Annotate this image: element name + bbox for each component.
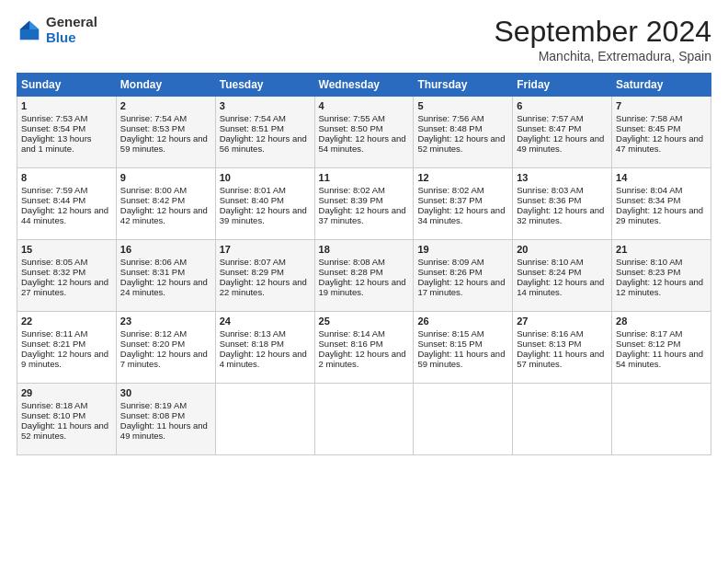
table-row: 7Sunrise: 7:58 AMSunset: 8:45 PMDaylight… [612, 97, 711, 168]
location: Manchita, Extremadura, Spain [494, 49, 711, 63]
table-row: 29Sunrise: 8:18 AMSunset: 8:10 PMDayligh… [17, 384, 117, 455]
table-row: 11Sunrise: 8:02 AMSunset: 8:39 PMDayligh… [314, 168, 414, 240]
table-row: 16Sunrise: 8:06 AMSunset: 8:31 PMDayligh… [116, 240, 215, 312]
table-row: 1Sunrise: 7:53 AMSunset: 8:54 PMDaylight… [17, 97, 117, 168]
page: General Blue September 2024 Manchita, Ex… [0, 0, 728, 563]
table-row: 17Sunrise: 8:07 AMSunset: 8:29 PMDayligh… [215, 240, 314, 312]
logo-text: General Blue [46, 15, 97, 45]
title-block: September 2024 Manchita, Extremadura, Sp… [494, 15, 711, 63]
table-row: 25Sunrise: 8:14 AMSunset: 8:16 PMDayligh… [314, 312, 414, 384]
table-row: 3Sunrise: 7:54 AMSunset: 8:51 PMDaylight… [215, 97, 314, 168]
table-row: 5Sunrise: 7:56 AMSunset: 8:48 PMDaylight… [414, 97, 513, 168]
table-row: 4Sunrise: 7:55 AMSunset: 8:50 PMDaylight… [314, 97, 414, 168]
col-monday: Monday [116, 74, 215, 97]
table-row: 15Sunrise: 8:05 AMSunset: 8:32 PMDayligh… [17, 240, 117, 312]
svg-marker-1 [29, 20, 39, 29]
table-row [513, 384, 612, 455]
logo: General Blue [17, 15, 97, 45]
table-row: 26Sunrise: 8:15 AMSunset: 8:15 PMDayligh… [414, 312, 513, 384]
table-row: 13Sunrise: 8:03 AMSunset: 8:36 PMDayligh… [513, 168, 612, 240]
table-row: 24Sunrise: 8:13 AMSunset: 8:18 PMDayligh… [215, 312, 314, 384]
table-row: 20Sunrise: 8:10 AMSunset: 8:24 PMDayligh… [513, 240, 612, 312]
header-row: Sunday Monday Tuesday Wednesday Thursday… [17, 74, 711, 97]
table-row: 28Sunrise: 8:17 AMSunset: 8:12 PMDayligh… [612, 312, 711, 384]
col-tuesday: Tuesday [215, 74, 314, 97]
svg-marker-2 [20, 20, 29, 29]
header: General Blue September 2024 Manchita, Ex… [17, 15, 711, 63]
logo-blue: Blue [46, 29, 76, 45]
col-saturday: Saturday [612, 74, 711, 97]
table-row: 23Sunrise: 8:12 AMSunset: 8:20 PMDayligh… [116, 312, 215, 384]
month-title: September 2024 [494, 15, 711, 49]
table-row: 21Sunrise: 8:10 AMSunset: 8:23 PMDayligh… [612, 240, 711, 312]
table-row: 18Sunrise: 8:08 AMSunset: 8:28 PMDayligh… [314, 240, 414, 312]
col-sunday: Sunday [17, 74, 117, 97]
calendar-table: Sunday Monday Tuesday Wednesday Thursday… [17, 73, 711, 455]
col-friday: Friday [513, 74, 612, 97]
table-row: 9Sunrise: 8:00 AMSunset: 8:42 PMDaylight… [116, 168, 215, 240]
table-row: 30Sunrise: 8:19 AMSunset: 8:08 PMDayligh… [116, 384, 215, 455]
table-row: 22Sunrise: 8:11 AMSunset: 8:21 PMDayligh… [17, 312, 117, 384]
table-row [215, 384, 314, 455]
table-row: 6Sunrise: 7:57 AMSunset: 8:47 PMDaylight… [513, 97, 612, 168]
col-thursday: Thursday [414, 74, 513, 97]
col-wednesday: Wednesday [314, 74, 414, 97]
table-row: 14Sunrise: 8:04 AMSunset: 8:34 PMDayligh… [612, 168, 711, 240]
table-row [414, 384, 513, 455]
table-row: 8Sunrise: 7:59 AMSunset: 8:44 PMDaylight… [17, 168, 117, 240]
table-row: 27Sunrise: 8:16 AMSunset: 8:13 PMDayligh… [513, 312, 612, 384]
table-row [314, 384, 414, 455]
table-row: 2Sunrise: 7:54 AMSunset: 8:53 PMDaylight… [116, 97, 215, 168]
table-row [612, 384, 711, 455]
logo-general: General [46, 14, 97, 29]
table-row: 10Sunrise: 8:01 AMSunset: 8:40 PMDayligh… [215, 168, 314, 240]
table-row: 12Sunrise: 8:02 AMSunset: 8:37 PMDayligh… [414, 168, 513, 240]
table-row: 19Sunrise: 8:09 AMSunset: 8:26 PMDayligh… [414, 240, 513, 312]
logo-icon [17, 17, 42, 43]
